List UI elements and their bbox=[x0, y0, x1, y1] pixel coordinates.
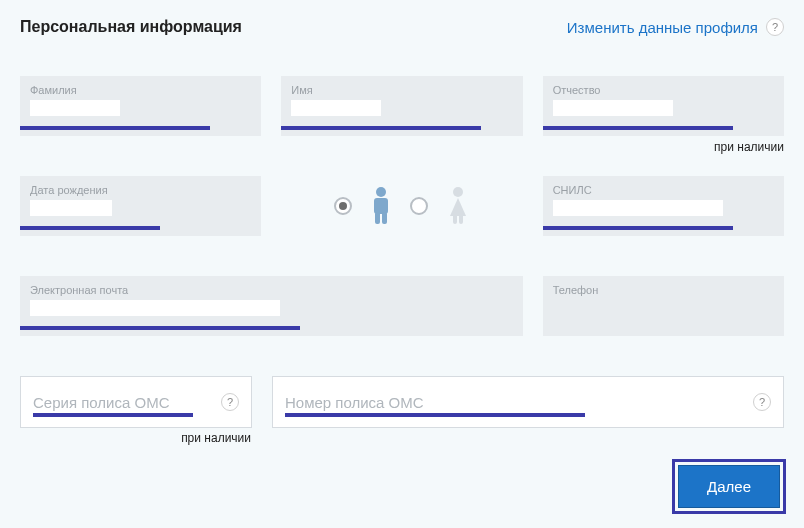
oms-number-field[interactable]: Номер полиса ОМС ? bbox=[272, 376, 784, 428]
patronymic-value bbox=[553, 98, 774, 136]
surname-value bbox=[30, 98, 251, 136]
oms-number-placeholder: Номер полиса ОМС bbox=[285, 394, 424, 411]
name-label: Имя bbox=[291, 84, 512, 96]
svg-rect-5 bbox=[453, 214, 457, 224]
mask bbox=[30, 100, 120, 116]
surname-label: Фамилия bbox=[30, 84, 251, 96]
mask bbox=[553, 100, 673, 116]
mask bbox=[30, 200, 112, 216]
email-value bbox=[30, 298, 513, 336]
next-button[interactable]: Далее bbox=[678, 465, 780, 508]
underline bbox=[33, 413, 193, 417]
help-icon[interactable]: ? bbox=[753, 393, 771, 411]
surname-field[interactable]: Фамилия bbox=[20, 76, 261, 136]
email-label: Электронная почта bbox=[30, 284, 513, 296]
snils-label: СНИЛС bbox=[553, 184, 774, 196]
page-title: Персональная информация bbox=[20, 18, 242, 36]
oms-row: Серия полиса ОМС ? при наличии Номер пол… bbox=[20, 376, 784, 428]
underline bbox=[543, 126, 733, 130]
edit-profile-link[interactable]: Изменить данные профиля bbox=[567, 19, 758, 36]
next-button-highlight: Далее bbox=[672, 459, 786, 514]
svg-rect-2 bbox=[375, 212, 380, 224]
underline bbox=[20, 326, 300, 330]
patronymic-label: Отчество bbox=[553, 84, 774, 96]
phone-value bbox=[553, 298, 774, 336]
svg-rect-6 bbox=[459, 214, 463, 224]
name-field[interactable]: Имя bbox=[281, 76, 522, 136]
oms-series-field[interactable]: Серия полиса ОМС ? при наличии bbox=[20, 376, 252, 428]
gender-female-radio[interactable] bbox=[410, 197, 428, 215]
underline bbox=[20, 126, 210, 130]
mask bbox=[553, 200, 723, 216]
birthdate-field[interactable]: Дата рождения bbox=[20, 176, 261, 236]
male-icon bbox=[370, 186, 392, 226]
edit-link-wrap: Изменить данные профиля ? bbox=[567, 18, 784, 36]
snils-value bbox=[553, 198, 774, 236]
help-icon[interactable]: ? bbox=[766, 18, 784, 36]
underline bbox=[285, 413, 585, 417]
snils-field[interactable]: СНИЛС bbox=[543, 176, 784, 236]
oms-series-hint: при наличии bbox=[181, 431, 251, 445]
oms-series-placeholder: Серия полиса ОМС bbox=[33, 394, 169, 411]
patronymic-field[interactable]: Отчество при наличии bbox=[543, 76, 784, 136]
underline bbox=[281, 126, 481, 130]
email-field[interactable]: Электронная почта bbox=[20, 276, 523, 336]
svg-rect-1 bbox=[374, 198, 388, 214]
gender-male-radio[interactable] bbox=[334, 197, 352, 215]
header: Персональная информация Изменить данные … bbox=[20, 18, 784, 36]
birthdate-value bbox=[30, 198, 251, 236]
svg-point-4 bbox=[453, 187, 463, 197]
help-icon[interactable]: ? bbox=[221, 393, 239, 411]
svg-rect-3 bbox=[382, 212, 387, 224]
svg-point-0 bbox=[376, 187, 386, 197]
mask bbox=[291, 100, 381, 116]
name-value bbox=[291, 98, 512, 136]
underline bbox=[543, 226, 733, 230]
phone-label: Телефон bbox=[553, 284, 774, 296]
female-icon bbox=[446, 186, 470, 226]
form-grid: Фамилия Имя Отчество при наличии Дата ро… bbox=[20, 76, 784, 336]
phone-field[interactable]: Телефон bbox=[543, 276, 784, 336]
underline bbox=[20, 226, 160, 230]
gender-selector bbox=[281, 176, 522, 236]
mask bbox=[30, 300, 280, 316]
birthdate-label: Дата рождения bbox=[30, 184, 251, 196]
patronymic-hint: при наличии bbox=[714, 140, 784, 154]
